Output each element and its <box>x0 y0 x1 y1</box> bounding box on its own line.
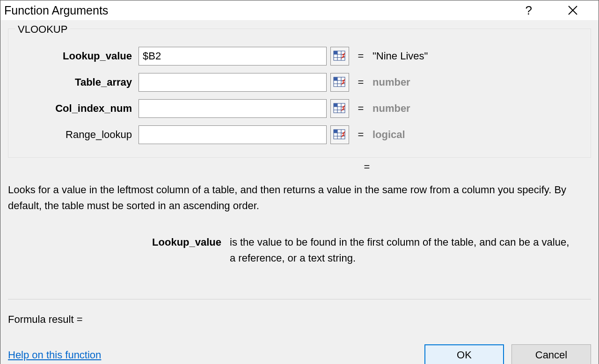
range-selector-icon <box>332 101 347 116</box>
titlebar: Function Arguments ? <box>0 0 599 20</box>
ok-button[interactable]: OK <box>424 344 504 364</box>
function-description: Looks for a value in the leftmost column… <box>8 182 591 214</box>
footer-buttons: OK Cancel <box>424 344 591 364</box>
close-button[interactable] <box>564 1 582 19</box>
arg-row: Range_lookup=logical <box>18 122 581 148</box>
equals-symbol: = <box>349 76 373 88</box>
arg-input-wrap <box>139 47 349 66</box>
range-selector-icon <box>332 75 347 90</box>
help-link[interactable]: Help on this function <box>8 349 101 361</box>
equals-symbol: = <box>349 50 373 62</box>
arg-input[interactable] <box>139 99 327 118</box>
formula-result-label: Formula result = <box>8 313 83 325</box>
arg-input-wrap <box>139 99 349 118</box>
parameter-help: Lookup_value is the value to be found in… <box>8 234 591 266</box>
arg-input[interactable] <box>139 125 327 144</box>
function-name-legend: VLOOKUP <box>15 23 70 36</box>
arg-row: Lookup_value="Nine Lives" <box>18 43 581 69</box>
equals-symbol: = <box>355 161 379 173</box>
close-icon <box>568 5 578 15</box>
titlebar-buttons: ? <box>522 0 595 20</box>
svg-rect-16 <box>334 77 337 80</box>
cancel-button[interactable]: Cancel <box>511 344 591 364</box>
parameter-help-label: Lookup_value <box>8 234 230 266</box>
arg-input[interactable] <box>139 47 327 66</box>
collapse-dialog-button[interactable] <box>330 73 349 92</box>
equals-symbol: = <box>349 129 373 141</box>
collapse-dialog-button[interactable] <box>330 125 349 144</box>
function-arguments-dialog: Function Arguments ? VLOOKUP Lookup_valu… <box>0 0 599 364</box>
arguments-fieldset: VLOOKUP Lookup_value="Nine Lives"Table_a… <box>8 29 591 158</box>
arg-input-wrap <box>139 125 349 144</box>
collapse-dialog-button[interactable] <box>330 47 349 66</box>
arg-evaluated: number <box>373 76 410 88</box>
dialog-footer: Help on this function OK Cancel <box>8 344 591 364</box>
help-button[interactable]: ? <box>522 0 536 20</box>
arg-input[interactable] <box>139 73 327 92</box>
range-selector-icon <box>332 127 347 142</box>
collapse-dialog-button[interactable] <box>330 99 349 118</box>
arg-row: Table_array=number <box>18 69 581 95</box>
dialog-body: VLOOKUP Lookup_value="Nine Lives"Table_a… <box>0 20 599 364</box>
arg-input-wrap <box>139 73 349 92</box>
arg-label: Table_array <box>18 76 139 88</box>
equals-symbol: = <box>349 102 373 115</box>
parameter-help-text: is the value to be found in the first co… <box>230 234 591 266</box>
arg-row: Col_index_num=number <box>18 95 581 122</box>
formula-result: Formula result = <box>8 313 591 326</box>
help-icon: ? <box>526 3 532 17</box>
divider <box>8 299 591 299</box>
arg-evaluated: logical <box>373 129 405 141</box>
arg-label: Col_index_num <box>18 102 139 115</box>
arg-label: Range_lookup <box>18 129 139 141</box>
svg-rect-8 <box>334 51 337 54</box>
arg-evaluated: "Nine Lives" <box>373 50 428 62</box>
arg-evaluated: number <box>373 102 410 115</box>
overall-result-row: = <box>8 158 591 176</box>
arg-label: Lookup_value <box>18 50 139 62</box>
svg-rect-24 <box>334 103 337 107</box>
svg-rect-32 <box>334 130 337 133</box>
dialog-title: Function Arguments <box>4 4 108 17</box>
range-selector-icon <box>332 49 347 64</box>
